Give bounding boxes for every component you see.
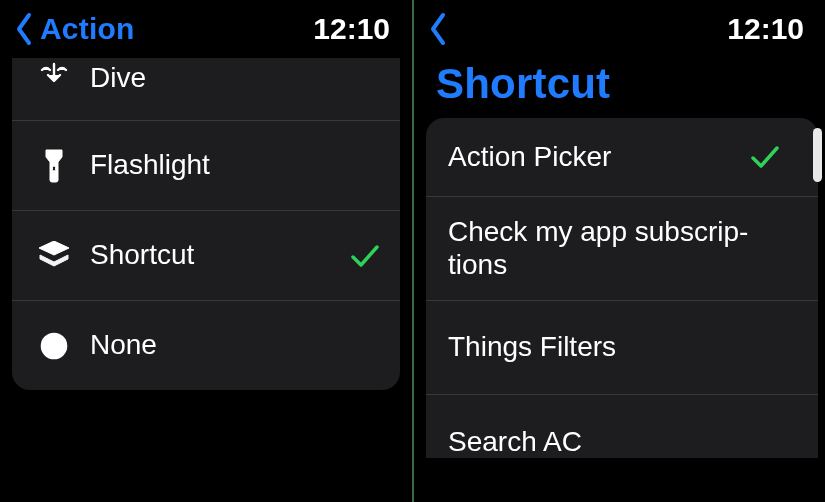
row-label: Action Picker [448, 141, 738, 173]
back-label[interactable]: Action [40, 12, 135, 46]
row-label: Shortcut [90, 239, 338, 271]
row-label: Things Filters [448, 331, 782, 363]
action-list: Dive Flashlight [12, 58, 400, 390]
row-label: Flashlight [90, 149, 382, 181]
watch-screen-action: Action 12:10 Dive [0, 0, 412, 502]
watch-screen-shortcut: 12:10 Shortcut Action Picker Check my ap… [414, 0, 825, 502]
list-row-action-picker[interactable]: Action Picker [426, 118, 818, 196]
list-row-flashlight[interactable]: Flashlight [12, 120, 400, 210]
row-label: Dive [90, 62, 382, 94]
list-row-shortcut[interactable]: Shortcut [12, 210, 400, 300]
page-title: Shortcut [414, 58, 825, 118]
svg-rect-1 [53, 166, 56, 171]
shortcut-list: Action Picker Check my app subscrip­tion… [426, 118, 818, 458]
list-row-check-subscriptions[interactable]: Check my app subscrip­tions [426, 196, 818, 300]
header: 12:10 [414, 0, 825, 58]
checkmark-icon [748, 140, 782, 174]
list-row-search-ac[interactable]: Search AC [426, 394, 818, 458]
row-label: Search AC [448, 426, 782, 458]
list-row-none[interactable]: None [12, 300, 400, 390]
list-row-dive[interactable]: Dive [12, 58, 400, 120]
flashlight-icon [34, 148, 74, 184]
checkmark-icon [348, 239, 382, 273]
header: Action 12:10 [0, 0, 412, 58]
none-icon [34, 330, 74, 362]
row-label: None [90, 329, 382, 361]
list-row-things-filters[interactable]: Things Filters [426, 300, 818, 394]
shortcut-icon [34, 241, 74, 271]
scrollbar-thumb[interactable] [813, 128, 822, 182]
back-chevron-icon[interactable] [426, 9, 450, 49]
row-label: Check my app subscrip­tions [448, 216, 782, 280]
time-label: 12:10 [313, 12, 390, 46]
back-chevron-icon[interactable] [12, 9, 36, 49]
dive-icon [34, 62, 74, 92]
time-label: 12:10 [727, 12, 804, 46]
